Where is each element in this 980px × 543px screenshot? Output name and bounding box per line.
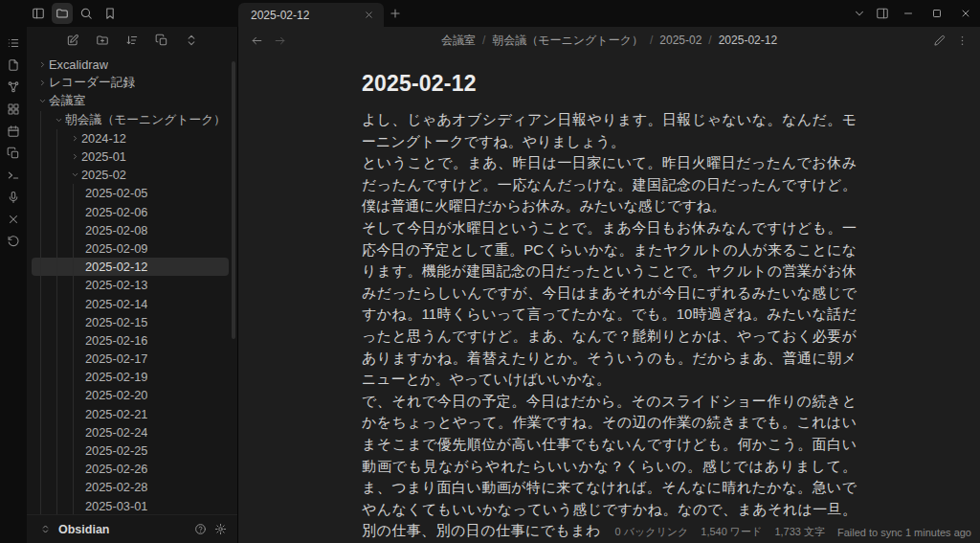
note-paragraph[interactable]: よし、じゃあオブシディアン日報やります。日報じゃないな。なんだ。モーニングトーク…: [362, 109, 857, 152]
back-arrow-icon[interactable]: [246, 30, 267, 51]
search-icon[interactable]: [76, 3, 97, 24]
tree-file[interactable]: 2025-02-17: [32, 350, 229, 368]
copy-icon[interactable]: [150, 30, 173, 51]
chevron-right-icon[interactable]: [69, 132, 81, 145]
tree-file[interactable]: 2025-02-28: [32, 478, 229, 496]
breadcrumb-segment[interactable]: 2025-02-12: [719, 34, 777, 47]
tree-item-label: 2025-02-13: [85, 278, 147, 292]
folder-plus-icon[interactable]: [91, 30, 114, 51]
indent-guide: [53, 423, 69, 441]
tree-item-label: 2025-02-25: [85, 443, 147, 458]
tree-folder[interactable]: 会議室: [32, 92, 229, 110]
window-close-button[interactable]: [951, 0, 980, 27]
tree-item-label: 2025-02-24: [85, 425, 147, 440]
tree-folder[interactable]: Excalidraw: [32, 56, 229, 74]
breadcrumb-segment[interactable]: 朝会議（モーニングトーク）: [492, 34, 643, 47]
titlebar: 2025-02-12: [0, 0, 980, 27]
indent-guide: [69, 423, 85, 441]
chevron-right-icon[interactable]: [69, 150, 81, 163]
breadcrumb-segment[interactable]: 2025-02: [659, 34, 702, 47]
tab-close-icon[interactable]: [360, 7, 377, 24]
indent-guide: [69, 203, 85, 221]
tree-file[interactable]: 2025-02-06: [32, 203, 229, 221]
tree-file[interactable]: 2025-02-21: [32, 405, 229, 423]
grid-icon[interactable]: [3, 101, 24, 117]
breadcrumb-segment[interactable]: 会議室: [441, 34, 476, 47]
tree-file[interactable]: 2025-02-05: [32, 184, 229, 202]
note-title[interactable]: 2025-02-12: [362, 69, 857, 98]
tree-folder[interactable]: 朝会議（モーニングトーク）: [32, 111, 229, 129]
tree-file[interactable]: 2025-02-13: [32, 276, 229, 294]
tree-file[interactable]: 2025-02-15: [32, 313, 229, 331]
indent-guide: [69, 478, 85, 496]
sort-icon[interactable]: [121, 30, 144, 51]
edit-toggle-icon[interactable]: [928, 30, 949, 51]
tree-folder[interactable]: 2024-12: [32, 129, 229, 147]
indent-guide: [69, 460, 85, 478]
indent-guide: [53, 203, 69, 221]
note-paragraph[interactable]: で、それで今日の予定。今日はだから。そのスライドショー作りの続きとかをちょっとや…: [362, 391, 857, 543]
status-item[interactable]: 1,540 ワード: [701, 525, 762, 539]
tree-file[interactable]: 2025-02-26: [32, 460, 229, 478]
indent-guide: [69, 441, 85, 460]
vault-switch-icon[interactable]: [38, 522, 53, 536]
tab-bar: 2025-02-12: [238, 0, 980, 27]
chevron-down-icon[interactable]: [36, 95, 49, 107]
tree-item-label: 2025-02-12: [85, 260, 147, 274]
sidebar-left-icon[interactable]: [28, 3, 49, 24]
list-icon[interactable]: [3, 34, 24, 51]
calendar-icon[interactable]: [3, 123, 24, 139]
microphone-icon[interactable]: [3, 189, 24, 205]
history-icon[interactable]: [3, 233, 24, 249]
tree-item-label: 2025-03-01: [85, 499, 147, 513]
x-icon[interactable]: [3, 211, 24, 227]
tab-active[interactable]: 2025-02-12: [238, 3, 384, 27]
more-options-icon[interactable]: [951, 30, 972, 51]
window-maximize-button[interactable]: [923, 0, 951, 27]
chevron-right-icon[interactable]: [36, 77, 49, 89]
graph-icon[interactable]: [3, 79, 24, 95]
tree-file[interactable]: 2025-02-08: [32, 221, 229, 239]
right-sidebar-toggle-icon[interactable]: [871, 2, 894, 25]
tree-file[interactable]: 2025-03-01: [32, 497, 229, 515]
tree-file[interactable]: 2025-02-20: [32, 386, 229, 404]
note-paragraph[interactable]: そして今日が水曜日ということで。まあ今日もお休みなんですけども。一応今日の予定と…: [362, 217, 857, 391]
help-icon[interactable]: [193, 522, 208, 536]
document-icon[interactable]: [3, 57, 24, 73]
sidebar-scrollbar[interactable]: [232, 61, 235, 339]
status-item[interactable]: 1,733 文字: [774, 525, 825, 539]
collapse-icon[interactable]: [180, 30, 203, 51]
note-editor[interactable]: 2025-02-12 よし、じゃあオブシディアン日報やります。日報じゃないな。な…: [238, 54, 980, 543]
chevron-right-icon[interactable]: [36, 58, 49, 71]
tree-file[interactable]: 2025-02-14: [32, 294, 229, 312]
note-paragraph[interactable]: ということで。まあ、昨日は一日家にいて。昨日火曜日だったんでお休みだったんですけ…: [362, 152, 857, 217]
chevron-down-icon[interactable]: [69, 169, 81, 181]
forward-arrow-icon[interactable]: [269, 30, 290, 51]
bookmark-icon[interactable]: [100, 3, 121, 24]
indent-guide: [53, 460, 69, 478]
tree-folder[interactable]: レコーダー記録: [32, 74, 229, 92]
vault-name[interactable]: Obsidian: [58, 523, 188, 536]
tree-file[interactable]: 2025-02-19: [32, 368, 229, 386]
status-item[interactable]: Failed to sync 1 minutes ago: [837, 527, 971, 538]
tree-file[interactable]: 2025-02-12: [32, 258, 229, 276]
tree-folder[interactable]: 2025-01: [32, 147, 229, 166]
edit-icon[interactable]: [61, 30, 84, 51]
status-item[interactable]: 0 バックリンク: [615, 525, 689, 539]
tree-file[interactable]: 2025-02-25: [32, 441, 229, 460]
new-tab-button[interactable]: [384, 2, 407, 25]
window-minimize-button[interactable]: [894, 0, 923, 27]
indent-guide: [36, 386, 53, 404]
tree-file[interactable]: 2025-02-24: [32, 423, 229, 441]
terminal-icon[interactable]: [3, 167, 24, 183]
tree-file[interactable]: 2025-02-09: [32, 239, 229, 258]
tree-file[interactable]: 2025-02-16: [32, 331, 229, 350]
tree-item-label: 2025-02-28: [85, 480, 147, 494]
tab-list-chevron-icon[interactable]: [848, 2, 871, 25]
indent-guide: [36, 129, 53, 147]
folder-icon[interactable]: [52, 3, 73, 24]
copy-icon[interactable]: [3, 145, 24, 161]
chevron-down-icon[interactable]: [53, 114, 65, 126]
tree-folder[interactable]: 2025-02: [32, 166, 229, 184]
settings-gear-icon[interactable]: [213, 522, 228, 536]
